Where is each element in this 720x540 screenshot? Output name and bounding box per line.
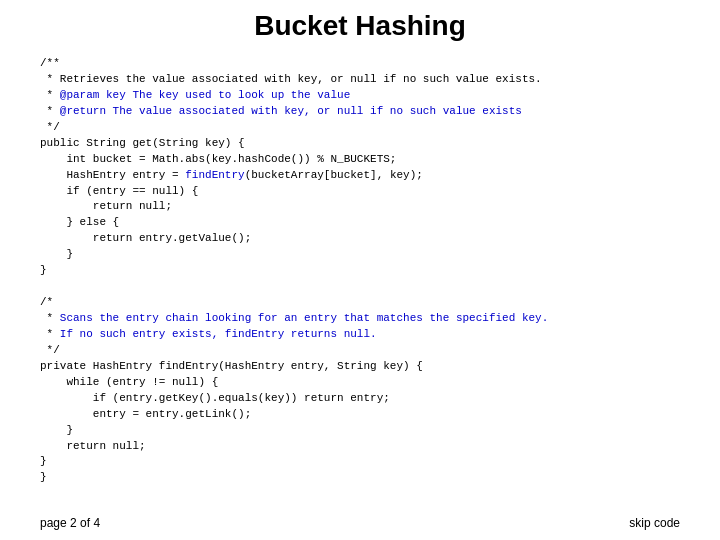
code-line-blank (40, 280, 47, 292)
code-block: /** * Retrieves the value associated wit… (40, 56, 680, 486)
code-line-12: return entry.getValue(); (40, 232, 251, 244)
page-number: page 2 of 4 (40, 516, 100, 530)
footer: page 2 of 4 skip code (40, 516, 680, 530)
code-line-24: return null; (40, 440, 146, 452)
code-line-22: entry = entry.getLink(); (40, 408, 251, 420)
code-line-7: int bucket = Math.abs(key.hashCode()) % … (40, 153, 396, 165)
page-container: Bucket Hashing /** * Retrieves the value… (0, 0, 720, 540)
code-line-1: /** (40, 57, 60, 69)
code-line-2: * Retrieves the value associated with ke… (40, 73, 542, 85)
code-line-6: public String get(String key) { (40, 137, 245, 149)
skip-code[interactable]: skip code (629, 516, 680, 530)
code-line-8: HashEntry entry = findEntry(bucketArray[… (40, 169, 423, 181)
code-line-10: return null; (40, 200, 172, 212)
code-line-20: while (entry != null) { (40, 376, 218, 388)
code-line-21: if (entry.getKey().equals(key)) return e… (40, 392, 390, 404)
code-line-9: if (entry == null) { (40, 185, 198, 197)
code-line-3: * @param key The key used to look up the… (40, 89, 350, 101)
code-line-18: */ (40, 344, 60, 356)
code-line-19: private HashEntry findEntry(HashEntry en… (40, 360, 423, 372)
code-line-15: /* (40, 296, 53, 308)
code-line-13: } (40, 248, 73, 260)
code-line-17: * If no such entry exists, findEntry ret… (40, 328, 377, 340)
code-line-23: } (40, 424, 73, 436)
code-line-4: * @return The value associated with key,… (40, 105, 522, 117)
code-line-11: } else { (40, 216, 119, 228)
page-title: Bucket Hashing (40, 10, 680, 42)
code-line-25: } (40, 455, 47, 467)
code-line-26: } (40, 471, 47, 483)
code-line-5: */ (40, 121, 60, 133)
code-line-16: * Scans the entry chain looking for an e… (40, 312, 548, 324)
code-line-14: } (40, 264, 47, 276)
